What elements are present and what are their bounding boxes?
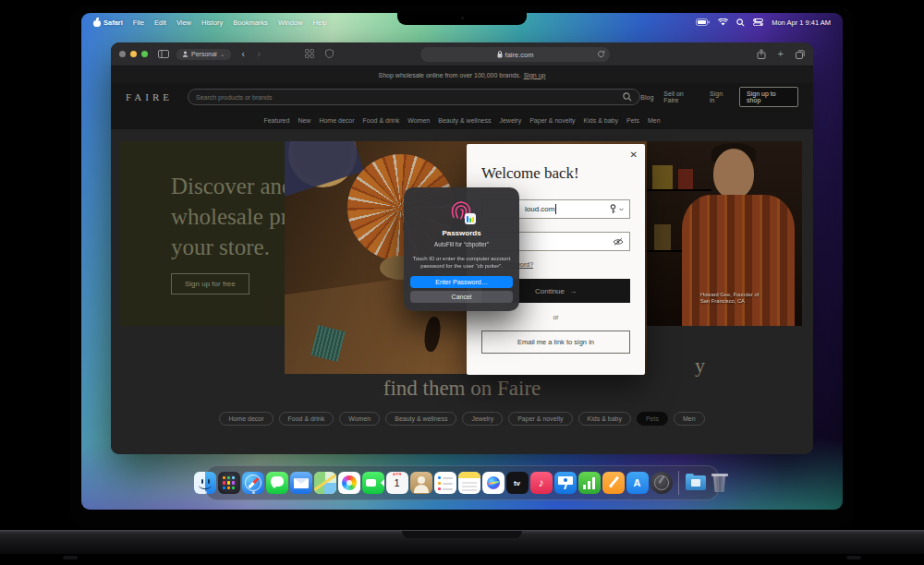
share-icon[interactable] xyxy=(757,49,766,59)
privacy-shield-icon[interactable] xyxy=(325,49,334,58)
new-tab-icon[interactable]: + xyxy=(778,49,784,59)
person-icon xyxy=(182,51,188,57)
nav-kids[interactable]: Kids & baby xyxy=(584,117,618,124)
show-password-eye-icon[interactable] xyxy=(613,237,624,246)
promo-signup-link[interactable]: Sign up xyxy=(524,72,546,78)
close-icon[interactable]: ✕ xyxy=(630,150,638,160)
dock-contacts-icon[interactable] xyxy=(410,472,432,494)
control-center-icon[interactable] xyxy=(753,18,763,26)
nav-food-drink[interactable]: Food & drink xyxy=(363,117,400,124)
nav-featured[interactable]: Featured xyxy=(263,117,289,124)
tab-group-button[interactable]: Personal ⌄ xyxy=(176,49,231,60)
dock-tv-icon[interactable]: tv xyxy=(506,472,529,494)
nav-men[interactable]: Men xyxy=(648,117,661,124)
passwords-key-icon[interactable] xyxy=(609,204,617,214)
dock-numbers-icon[interactable] xyxy=(578,472,601,494)
wifi-icon[interactable] xyxy=(718,18,728,26)
nav-beauty[interactable]: Beauty & wellness xyxy=(438,117,491,124)
modal-title: Welcome back! xyxy=(481,164,579,183)
pill-men[interactable]: Men xyxy=(674,412,705,426)
menubar-item-help[interactable]: Help xyxy=(313,18,327,27)
macbook-screenshot: Safari File Edit View History Bookmarks … xyxy=(0,0,924,565)
traffic-zoom-button[interactable] xyxy=(141,51,148,57)
safari-toolbar: Personal ⌄ ‹ › faire.com + xyxy=(111,42,813,66)
email-link-button[interactable]: Email me a link to sign in xyxy=(481,331,630,354)
cancel-button[interactable]: Cancel xyxy=(410,291,513,303)
search-placeholder: Search products or brands xyxy=(196,94,273,101)
header-link-blog[interactable]: Blog xyxy=(640,94,653,101)
faire-logo[interactable]: FAIRE xyxy=(126,91,173,102)
signup-to-shop-button[interactable]: Sign up to shop xyxy=(739,87,798,107)
tab-group-label: Personal xyxy=(191,51,217,57)
dock-safari-icon[interactable] xyxy=(242,472,264,494)
dock-siri-icon[interactable] xyxy=(482,472,505,494)
dock-finder-icon[interactable] xyxy=(194,472,216,494)
reload-icon[interactable] xyxy=(597,50,605,58)
dock-trash-icon[interactable] xyxy=(709,472,731,494)
forward-button[interactable]: › xyxy=(258,50,261,59)
dock-garageband-icon[interactable] xyxy=(650,472,673,494)
sidebar-toggle-icon[interactable] xyxy=(158,50,169,58)
pill-pets-selected[interactable]: Pets xyxy=(637,412,668,426)
dock-downloads-folder-icon[interactable] xyxy=(685,472,707,494)
dock-mail-icon[interactable] xyxy=(290,472,312,494)
nav-women[interactable]: Women xyxy=(407,117,430,124)
nav-pets[interactable]: Pets xyxy=(626,117,639,124)
touchid-autofill-text: AutoFill for “cbpotter” xyxy=(409,241,514,246)
dock-launchpad-icon[interactable] xyxy=(218,472,240,494)
enter-password-button[interactable]: Enter Password… xyxy=(410,276,513,288)
menubar-clock[interactable]: Mon Apr 1 9:41 AM xyxy=(772,18,831,27)
spotlight-search-icon[interactable] xyxy=(736,18,745,27)
pill-jewelry[interactable]: Jewelry xyxy=(462,412,503,426)
dock-messages-icon[interactable] xyxy=(266,472,288,494)
dock: APR1 tv ♪ A xyxy=(205,465,719,500)
nav-new[interactable]: New xyxy=(298,117,310,124)
pill-paper[interactable]: Paper & novelty xyxy=(508,412,572,426)
menubar-item-view[interactable]: View xyxy=(176,18,191,27)
header-link-sell[interactable]: Sell on Faire xyxy=(663,90,699,103)
pill-home-decor[interactable]: Home decor xyxy=(219,412,273,426)
dock-music-icon[interactable]: ♪ xyxy=(530,472,553,494)
dock-calendar-icon[interactable]: APR1 xyxy=(386,472,408,494)
traffic-close-button[interactable] xyxy=(119,51,126,57)
url-bar[interactable]: faire.com xyxy=(420,47,610,62)
email-value: loud.com xyxy=(525,205,554,213)
header-link-signin[interactable]: Sign in xyxy=(710,90,729,103)
menubar-app-name[interactable]: Safari xyxy=(103,18,123,27)
traffic-minimize-button[interactable] xyxy=(130,51,137,57)
menubar-item-history[interactable]: History xyxy=(201,18,223,27)
dock-maps-icon[interactable] xyxy=(314,472,336,494)
touchid-body-text: Touch ID or enter the computer account p… xyxy=(412,255,512,269)
battery-icon[interactable] xyxy=(696,18,710,26)
dock-reminders-icon[interactable] xyxy=(434,472,456,494)
search-input[interactable]: Search products or brands xyxy=(188,89,640,105)
signup-free-button[interactable]: Sign up for free xyxy=(171,273,249,295)
search-icon[interactable] xyxy=(623,92,632,102)
menubar-item-bookmarks[interactable]: Bookmarks xyxy=(233,18,268,27)
pill-kids[interactable]: Kids & baby xyxy=(578,412,631,426)
text-cursor xyxy=(555,204,556,214)
dock-appstore-icon[interactable]: A xyxy=(626,472,649,494)
nav-home-decor[interactable]: Home decor xyxy=(319,117,354,124)
dock-keynote-icon[interactable] xyxy=(554,472,577,494)
apple-menu-icon[interactable] xyxy=(93,18,101,27)
menubar-item-file[interactable]: File xyxy=(133,18,144,27)
url-text: faire.com xyxy=(505,51,534,59)
tab-overview-icon[interactable] xyxy=(796,50,805,59)
menubar-item-window[interactable]: Window xyxy=(278,18,303,27)
heading-fragment: y xyxy=(695,354,705,378)
nav-jewelry[interactable]: Jewelry xyxy=(499,117,521,124)
pill-women[interactable]: Women xyxy=(339,412,380,426)
pill-beauty[interactable]: Beauty & wellness xyxy=(385,412,456,426)
category-pills: Home decor Food & drink Women Beauty & w… xyxy=(111,412,813,426)
dock-pages-icon[interactable] xyxy=(602,472,625,494)
dock-facetime-icon[interactable] xyxy=(362,472,384,494)
dock-notes-icon[interactable] xyxy=(458,472,480,494)
start-page-grid-icon[interactable] xyxy=(305,49,314,58)
pill-food-drink[interactable]: Food & drink xyxy=(279,412,334,426)
menubar-item-edit[interactable]: Edit xyxy=(154,18,166,27)
dock-photos-icon[interactable] xyxy=(338,472,360,494)
laptop-display: Safari File Edit View History Bookmarks … xyxy=(81,13,843,510)
nav-paper[interactable]: Paper & novelty xyxy=(529,117,575,124)
back-button[interactable]: ‹ xyxy=(242,50,245,59)
